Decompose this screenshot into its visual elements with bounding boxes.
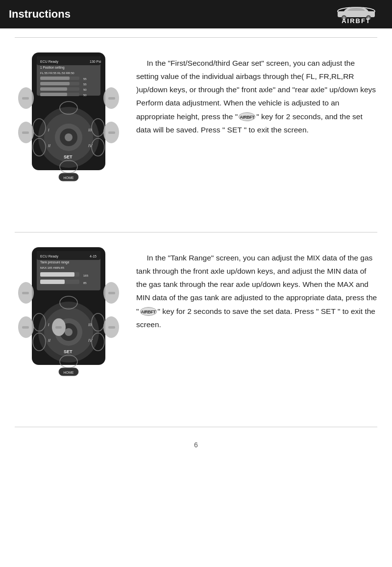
- svg-text:HOME: HOME: [64, 176, 74, 180]
- svg-text:II: II: [48, 338, 51, 343]
- svg-rect-90: [55, 326, 62, 329]
- svg-rect-31: [108, 97, 115, 100]
- svg-rect-24: [40, 93, 67, 96]
- svg-text:HOME: HOME: [64, 371, 74, 374]
- svg-rect-27: [22, 97, 29, 100]
- svg-text:ECU Ready: ECU Ready: [40, 255, 58, 258]
- svg-rect-66: [22, 292, 29, 294]
- svg-text:85: 85: [83, 282, 87, 284]
- device-svg-1: ECU Ready 130 Psi 1 Position setting FL:…: [17, 52, 120, 218]
- page-title: Instructions: [9, 8, 71, 21]
- device-image-2: ECU Ready 4-15 Tank pressure range MAX:1…: [15, 246, 122, 413]
- airbft-logo: AIRBFT: [329, 5, 383, 24]
- svg-text:MAX:165        #MIN:85: MAX:165 #MIN:85: [40, 266, 65, 269]
- svg-text:4-15: 4-15: [90, 255, 97, 258]
- svg-point-82: [65, 328, 73, 336]
- key-button-1: AIRBFT: [239, 112, 255, 121]
- section-2-text: In the "Tank Range" screen, you can adju…: [136, 246, 377, 331]
- svg-text:165: 165: [83, 274, 89, 277]
- section-1-paragraph: In the "First/Second/third Gear set" scr…: [136, 59, 376, 134]
- svg-rect-15: [40, 77, 70, 80]
- svg-rect-18: [40, 82, 70, 85]
- page-number: 6: [0, 436, 392, 458]
- mid-divider: [15, 232, 377, 232]
- svg-text:ECU Ready: ECU Ready: [40, 60, 58, 64]
- svg-rect-33: [108, 131, 115, 134]
- svg-rect-60: [40, 272, 74, 277]
- svg-rect-63: [40, 280, 65, 284]
- section-2-paragraph: In the "Tank Range" screen, you can adju…: [136, 254, 377, 329]
- top-divider: [15, 37, 377, 38]
- svg-text:SET: SET: [64, 349, 73, 354]
- svg-text:II: II: [48, 143, 51, 148]
- svg-rect-29: [22, 131, 29, 134]
- svg-text:1 Position setting: 1 Position setting: [40, 66, 65, 70]
- svg-point-43: [65, 133, 73, 141]
- svg-text:55: 55: [83, 83, 87, 86]
- svg-text:55: 55: [83, 77, 87, 80]
- svg-rect-72: [108, 326, 115, 329]
- svg-rect-70: [108, 292, 115, 294]
- svg-text:50: 50: [83, 88, 87, 91]
- section-2: ECU Ready 4-15 Tank pressure range MAX:1…: [0, 241, 392, 418]
- svg-text:SET: SET: [64, 155, 73, 159]
- key-button-2: AIRBFT: [140, 307, 157, 316]
- section-1-text: In the "First/Second/third Gear set" scr…: [136, 52, 377, 136]
- svg-text:Tank pressure range: Tank pressure range: [40, 260, 70, 264]
- svg-text:130 Psi: 130 Psi: [90, 60, 101, 63]
- section-1: ECU Ready 130 Psi 1 Position setting FL:…: [0, 47, 392, 223]
- svg-rect-68: [22, 326, 29, 329]
- svg-rect-21: [40, 87, 67, 91]
- svg-text:FL:55  FR:55  RL:50  RR:50: FL:55 FR:55 RL:50 RR:50: [40, 72, 74, 75]
- page-header: Instructions AIRBFT: [0, 0, 392, 28]
- svg-text:AIRBFT: AIRBFT: [342, 17, 371, 24]
- device-svg-2: ECU Ready 4-15 Tank pressure range MAX:1…: [17, 246, 120, 413]
- svg-text:50: 50: [83, 94, 87, 97]
- bottom-divider: [15, 427, 377, 427]
- device-image-1: ECU Ready 130 Psi 1 Position setting FL:…: [15, 52, 122, 218]
- logo-container: AIRBFT: [329, 5, 383, 24]
